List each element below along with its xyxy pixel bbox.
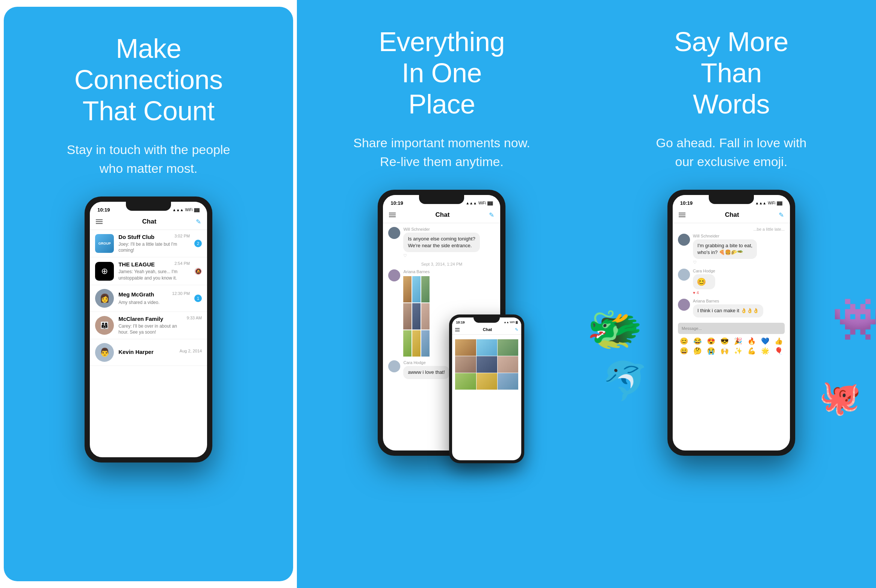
- photo-9: [421, 330, 430, 357]
- small-photo-3: [498, 339, 518, 356]
- wifi-s: WiFi: [510, 321, 515, 323]
- photo-3: [421, 276, 430, 302]
- emoji-7[interactable]: 💙: [759, 337, 771, 345]
- status-icons-2: ▲▲▲ WiFi ▓▓: [466, 201, 493, 205]
- phone-1: 10:19 ▲▲▲ WiFi ▓▓ Chat ✎: [85, 197, 212, 463]
- emoji-13[interactable]: ✨: [732, 347, 744, 355]
- edit-icon-small[interactable]: ✎: [515, 327, 518, 332]
- phone-2-small-screen: 10:19 ▲▲ WiFi ▓ Chat: [452, 317, 521, 460]
- ariana-avatar: [388, 269, 400, 281]
- chat-preview-league: James: Yeah yeah, sure... I'm unstoppabl…: [118, 269, 186, 281]
- emoji-6[interactable]: 🔥: [746, 337, 758, 345]
- phone-2-statusbar: 10:19 ▲▲▲ WiFi ▓▓: [383, 195, 500, 208]
- panel3-phone-container: 10:19 ▲▲▲ WiFi ▓▓ Chat ✎: [609, 190, 853, 588]
- wifi-icon: WiFi: [185, 208, 193, 212]
- panel-say-more: Say More Than Words Go ahead. Fall in lo…: [587, 0, 876, 588]
- battery-icon-3: ▓▓: [777, 201, 782, 205]
- status-icons-small: ▲▲ WiFi ▓: [504, 321, 518, 323]
- badge-meg: 1: [194, 295, 202, 302]
- bat-s: ▓: [516, 321, 517, 323]
- emoji-9[interactable]: 😄: [678, 347, 690, 355]
- status-time-3: 10:19: [680, 200, 693, 206]
- will-sender: Will Schneider: [403, 227, 480, 231]
- small-photo-2: [477, 339, 497, 356]
- emoji-16[interactable]: 🎈: [773, 347, 785, 355]
- phone-3: 10:19 ▲▲▲ WiFi ▓▓ Chat ✎: [667, 190, 795, 456]
- small-photo-grid: [455, 339, 518, 390]
- emoji-monster-bottom: 🐬: [602, 359, 649, 403]
- panel3-title: Say More Than Words: [674, 26, 788, 119]
- cara-bubble: awww i love that!: [403, 366, 449, 379]
- phone-notch: [126, 202, 171, 211]
- emoji-12[interactable]: 🙌: [719, 347, 731, 355]
- will-content: Will Schneider Is anyone else coming ton…: [403, 227, 480, 258]
- keyboard-input[interactable]: Message...: [678, 323, 785, 334]
- chat-info-meg: Meg McGrath 12:30 PM Amy shared a video.: [118, 291, 190, 305]
- photo-1: [403, 276, 412, 302]
- phone-3-screen: 10:19 ▲▲▲ WiFi ▓▓ Chat ✎: [673, 195, 790, 450]
- hamburger-icon-2[interactable]: [389, 213, 396, 217]
- phone-3-notch: [709, 195, 754, 204]
- signal-icon: ▲▲▲: [172, 208, 184, 212]
- emoji-5[interactable]: 🎉: [732, 337, 744, 345]
- hamburger-icon-3[interactable]: [679, 213, 685, 217]
- emoji-11[interactable]: 😭: [705, 347, 717, 355]
- chat-header-1: Chat ✎: [90, 215, 207, 230]
- small-photo-1: [455, 339, 476, 356]
- chat-header-2: Chat ✎: [383, 208, 500, 223]
- emoji-14[interactable]: 💪: [746, 347, 758, 355]
- chat-item-the-league[interactable]: ⊕ THE LEAGUE 2:54 PM James: Yeah yeah, s…: [90, 257, 207, 285]
- will-sender-3: Will Schneider: [693, 234, 757, 238]
- panel1-phone-container: 10:19 ▲▲▲ WiFi ▓▓ Chat ✎: [26, 197, 271, 581]
- emoji-15[interactable]: 🌟: [759, 347, 771, 355]
- edit-icon-2[interactable]: ✎: [489, 211, 494, 219]
- hamburger-small[interactable]: [455, 328, 460, 331]
- cara-avatar-3: [678, 269, 690, 281]
- phone-2-notch: [419, 195, 464, 204]
- edit-icon-3[interactable]: ✎: [779, 211, 784, 219]
- emoji-1[interactable]: 😊: [678, 337, 690, 345]
- chat-item-kevin[interactable]: 👨 Kevin Harper Aug 2, 2014: [90, 339, 207, 366]
- chat-item-do-stuff-club[interactable]: GROUP Do Stuff Club 3:02 PM Joey: I'll b…: [90, 230, 207, 257]
- chat-item-meg[interactable]: 👩 Meg McGrath 12:30 PM Amy shared a vide…: [90, 285, 207, 312]
- emoji-monster-left: 🐲: [587, 302, 643, 355]
- msg-cara-3: Cara Hodge 😊 ♥ 4: [678, 269, 785, 295]
- league-avatar: ⊕: [95, 262, 114, 281]
- chat-info-kevin: Kevin Harper Aug 2, 2014: [118, 349, 202, 356]
- chat-item-mcclaren[interactable]: 👨‍👩‍👧 McClaren Family 9:33 AM Carey: I'l…: [90, 312, 207, 339]
- status-time-2: 10:19: [390, 200, 403, 206]
- edit-icon[interactable]: ✎: [196, 218, 201, 226]
- signal-icon-2: ▲▲▲: [466, 201, 477, 205]
- ariana-content-3: Ariana Barnes I think i can make it 👌👌👌: [693, 299, 763, 317]
- chat-preview-do-stuff: Joey: I'll be a little late but I'm comi…: [118, 241, 186, 253]
- msg-will-3: Will Schneider I'm grabbing a bite to ea…: [678, 234, 785, 265]
- badge-do-stuff: 2: [194, 240, 202, 247]
- phone-1-statusbar: 10:19 ▲▲▲ WiFi ▓▓: [90, 202, 207, 215]
- emoji-8[interactable]: 👍: [773, 337, 785, 345]
- signal-s: ▲▲: [504, 321, 509, 323]
- chat-header-3: Chat ✎: [673, 208, 790, 223]
- emoji-2[interactable]: 😂: [691, 337, 704, 345]
- emoji-3[interactable]: 😍: [705, 337, 717, 345]
- ariana-bubble-3: I think i can make it 👌👌👌: [693, 304, 763, 317]
- battery-icon: ▓▓: [194, 208, 200, 212]
- hamburger-icon[interactable]: [96, 219, 103, 224]
- emoji-monster-right: 👾: [832, 295, 876, 343]
- photo-8: [412, 330, 421, 357]
- phone-3-statusbar: 10:19 ▲▲▲ WiFi ▓▓: [673, 195, 790, 208]
- cara-heart-3[interactable]: ♥ 4: [693, 290, 715, 295]
- phone-1-screen: 10:19 ▲▲▲ WiFi ▓▓ Chat ✎: [90, 202, 207, 457]
- emoji-monster-right2: 🐙: [819, 378, 861, 417]
- will-heart-3[interactable]: ♡: [693, 260, 757, 265]
- cara-bubble-3: 😊: [693, 274, 715, 289]
- cara-avatar: [388, 360, 400, 372]
- message-screen-3: ...be a little late... Will Schneider I'…: [673, 223, 790, 362]
- photo-4: [403, 303, 412, 330]
- panel-everything: Everything In One Place Share important …: [297, 0, 586, 588]
- will-heart[interactable]: ♡: [403, 253, 480, 258]
- small-photo-7: [455, 373, 476, 390]
- emoji-10[interactable]: 🤔: [691, 347, 704, 355]
- emoji-4[interactable]: 😎: [719, 337, 731, 345]
- ariana-sender: Ariana Barnes: [403, 269, 430, 274]
- small-photo-6: [498, 356, 518, 373]
